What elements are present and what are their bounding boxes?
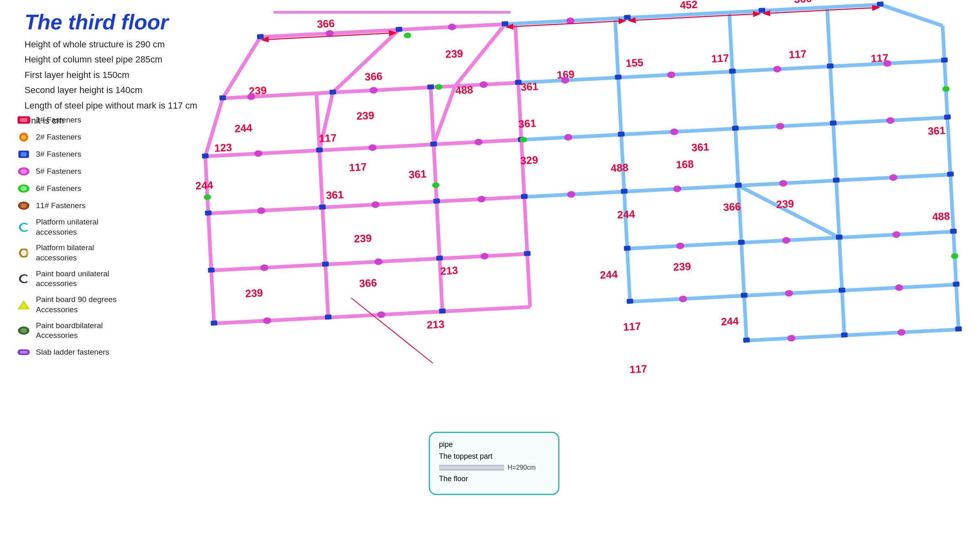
svg-rect-132	[202, 153, 209, 159]
svg-rect-131	[941, 58, 948, 63]
svg-text:239: 239	[356, 109, 374, 122]
svg-line-35	[328, 311, 443, 318]
svg-line-74	[827, 7, 844, 335]
svg-point-207	[432, 182, 440, 188]
svg-point-187	[564, 134, 572, 141]
svg-text:488: 488	[610, 161, 629, 174]
legend-item-paint-uni: Paint board unilateral accessories	[16, 269, 126, 289]
svg-text:244: 244	[721, 315, 739, 328]
svg-point-178	[260, 264, 269, 271]
svg-point-194	[889, 174, 898, 181]
svg-text:239: 239	[673, 260, 691, 273]
svg-text:123: 123	[214, 141, 232, 154]
svg-text:117: 117	[788, 48, 807, 61]
svg-rect-120	[501, 21, 508, 27]
1-fasteners-icon	[16, 114, 31, 126]
svg-rect-141	[319, 204, 326, 210]
legend-item-1-fasteners: 1# Fasteners	[16, 114, 126, 126]
legend: 1# Fasteners 2# Fasteners 3# Fasteners 5…	[16, 114, 126, 364]
svg-rect-5	[21, 152, 27, 156]
svg-point-182	[377, 311, 385, 318]
legend-label-5-fasteners: 5# Fasteners	[36, 167, 81, 177]
svg-point-208	[942, 86, 950, 92]
legend-label-paint-90: Paint board 90 degrees Accessories	[36, 295, 126, 315]
svg-text:361: 361	[691, 141, 709, 154]
svg-point-196	[782, 237, 791, 244]
svg-rect-122	[759, 8, 766, 13]
svg-rect-164	[841, 332, 848, 338]
info-line-4: Second layer height is 140cm	[24, 82, 197, 98]
svg-line-36	[442, 307, 530, 311]
svg-rect-1	[20, 118, 27, 122]
svg-rect-147	[947, 171, 954, 177]
callout-pipe-label: pipe	[439, 440, 549, 449]
platform-uni-icon	[16, 222, 31, 233]
svg-point-179	[374, 258, 383, 265]
svg-point-189	[776, 123, 784, 130]
svg-rect-142	[433, 198, 440, 204]
2-fasteners-icon	[16, 131, 31, 143]
svg-text:329: 329	[520, 154, 539, 167]
info-line-2: Height of column steel pipe 285cm	[24, 52, 197, 67]
svg-text:361: 361	[325, 189, 344, 202]
svg-rect-159	[626, 299, 633, 304]
svg-rect-137	[732, 126, 739, 131]
svg-text:366: 366	[794, 0, 812, 5]
svg-point-201	[787, 335, 796, 342]
svg-rect-15	[20, 351, 27, 353]
scaffold-diagram: 366 452 366 239 366 239 244 239 488 361 …	[176, 0, 972, 408]
svg-point-167	[448, 24, 457, 31]
svg-point-3	[21, 135, 26, 140]
svg-rect-153	[738, 240, 745, 245]
svg-text:361: 361	[518, 117, 537, 130]
svg-rect-130	[827, 63, 834, 69]
legend-label-3-fasteners: 3# Fasteners	[36, 149, 81, 160]
callout-toppest-label: The toppest part	[439, 452, 549, 461]
svg-text:452: 452	[679, 0, 698, 11]
svg-rect-154	[836, 235, 843, 240]
svg-line-47	[515, 24, 519, 83]
svg-point-7	[20, 169, 27, 174]
svg-rect-161	[839, 288, 846, 293]
svg-line-73	[729, 12, 746, 340]
svg-rect-121	[624, 15, 631, 20]
svg-rect-139	[944, 114, 951, 120]
legend-label-1-fasteners: 1# Fasteners	[36, 115, 81, 125]
svg-text:366: 366	[364, 70, 383, 83]
svg-rect-143	[521, 194, 528, 199]
svg-rect-152	[624, 246, 631, 251]
svg-text:361: 361	[520, 80, 539, 93]
svg-text:361: 361	[927, 124, 946, 137]
svg-line-51	[880, 1, 943, 29]
svg-rect-162	[953, 282, 960, 287]
svg-rect-129	[729, 69, 736, 74]
svg-text:155: 155	[625, 56, 644, 69]
legend-item-paint-90: Paint board 90 degrees Accessories	[16, 295, 126, 315]
svg-rect-148	[208, 267, 215, 273]
svg-line-50	[762, 4, 880, 11]
callout-height-label: H=290cm	[508, 464, 536, 471]
svg-point-204	[435, 84, 443, 90]
svg-point-171	[479, 81, 488, 88]
legend-label-paint-uni: Paint board unilateral accessories	[36, 269, 126, 289]
legend-item-3-fasteners: 3# Fasteners	[16, 149, 126, 160]
legend-item-paint-bi: Paint boardbilateral Accessories	[16, 321, 126, 341]
svg-rect-165	[955, 326, 962, 332]
legend-label-platform-uni: Platform unilateral accessories	[36, 217, 126, 237]
svg-point-177	[477, 195, 486, 202]
legend-item-platform-uni: Platform unilateral accessories	[16, 217, 126, 237]
svg-line-48	[505, 18, 628, 24]
11-fasteners-icon	[16, 200, 31, 211]
svg-point-13	[20, 328, 27, 333]
svg-point-185	[773, 66, 782, 73]
svg-point-11	[20, 203, 27, 208]
svg-line-31	[211, 264, 325, 271]
svg-rect-140	[205, 211, 212, 216]
svg-text:366: 366	[723, 200, 741, 213]
svg-rect-156	[211, 320, 218, 326]
svg-point-190	[886, 117, 895, 124]
svg-text:239: 239	[245, 286, 263, 300]
svg-point-203	[404, 32, 412, 38]
platform-bi-icon	[16, 247, 31, 259]
info-line-5: Length of steel pipe without mark is 117…	[24, 98, 197, 113]
